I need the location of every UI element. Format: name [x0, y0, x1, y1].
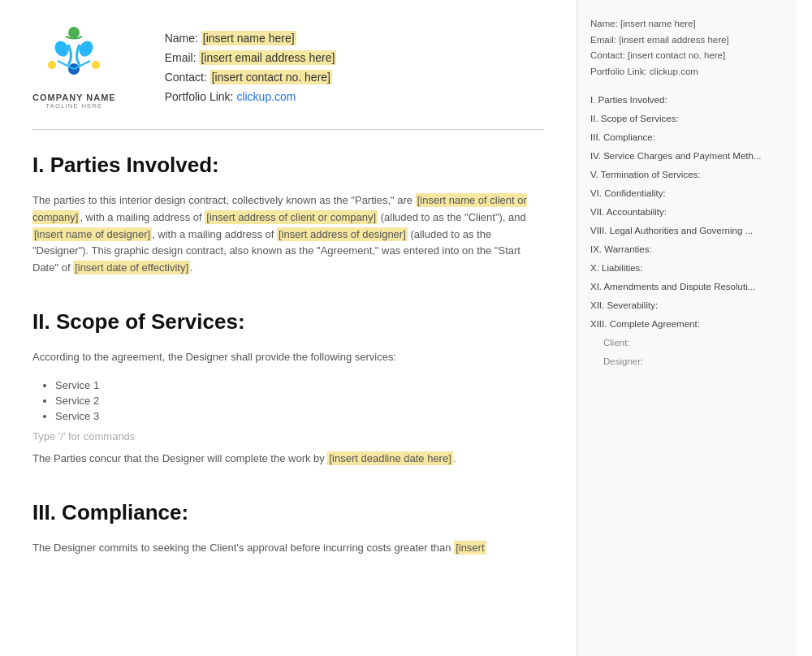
- service-3: Service 3: [55, 410, 544, 422]
- sidebar-email: Email: [insert email address here]: [590, 32, 783, 49]
- contact-value: [insert contact no. here]: [210, 70, 332, 84]
- service-2: Service 2: [55, 395, 544, 407]
- client-address-highlight: [insert address of client or company]: [205, 210, 378, 224]
- svg-point-4: [92, 61, 100, 69]
- section-scope-heading: II. Scope of Services:: [32, 309, 544, 334]
- date-highlight: [insert date of effectivity]: [73, 261, 190, 274]
- toc-subitem-0: Client:: [590, 334, 783, 352]
- service-1: Service 1: [55, 379, 544, 391]
- document-header: COMPANY NAME TAGLINE HERE Name: [insert …: [32, 24, 544, 110]
- section-scope: II. Scope of Services: According to the …: [32, 309, 544, 468]
- toc-item-1[interactable]: II. Scope of Services:: [590, 110, 783, 128]
- section-compliance-heading: III. Compliance:: [32, 500, 544, 525]
- svg-point-1: [52, 38, 71, 58]
- toc-item-11[interactable]: XII. Severability:: [590, 296, 783, 315]
- section-parties: I. Parties Involved: The parties to this…: [32, 153, 544, 277]
- main-content: COMPANY NAME TAGLINE HERE Name: [insert …: [0, 0, 577, 656]
- toc-item-10[interactable]: XI. Amendments and Dispute Resoluti...: [590, 278, 783, 296]
- name-value: [insert name here]: [201, 31, 296, 45]
- toc-item-4[interactable]: V. Termination of Services:: [590, 166, 783, 184]
- section-compliance: III. Compliance: The Designer commits to…: [32, 500, 544, 557]
- toc-item-6[interactable]: VII. Accountability:: [590, 203, 783, 222]
- services-list: Service 1 Service 2 Service 3: [32, 379, 544, 422]
- sidebar-contact-info: Name: [insert name here] Email: [insert …: [590, 16, 783, 80]
- company-name: COMPANY NAME: [32, 93, 116, 102]
- company-logo: [37, 24, 110, 89]
- sidebar-portfolio: Portfolio Link: clickup.com: [590, 64, 783, 80]
- toc-subitem-1: Designer:: [590, 352, 783, 371]
- deadline-highlight: [insert deadline date here]: [327, 451, 452, 465]
- toc-item-0[interactable]: I. Parties Involved:: [590, 91, 783, 110]
- section-parties-body: The parties to this interior design cont…: [32, 192, 544, 277]
- toc-item-8[interactable]: IX. Warranties:: [590, 240, 783, 259]
- name-field: Name: [insert name here]: [165, 32, 337, 45]
- scope-intro: According to the agreement, the Designer…: [32, 349, 544, 366]
- company-tagline: TAGLINE HERE: [45, 102, 102, 110]
- svg-point-0: [68, 27, 80, 38]
- designer-address-highlight: [insert address of designer]: [277, 227, 408, 241]
- section-parties-heading: I. Parties Involved:: [32, 153, 544, 178]
- sidebar-name: Name: [insert name here]: [590, 16, 783, 32]
- sidebar-contact: Contact: [insert contact no. here]: [590, 48, 783, 64]
- command-placeholder[interactable]: Type '/' for commands: [32, 430, 544, 442]
- portfolio-link[interactable]: clickup.com: [236, 90, 296, 103]
- toc-item-12[interactable]: XIII. Complete Agreement:: [590, 315, 783, 334]
- sidebar: Name: [insert name here] Email: [insert …: [577, 0, 796, 656]
- compliance-body: The Designer commits to seeking the Clie…: [32, 540, 544, 557]
- contact-info: Name: [insert name here] Email: [insert …: [165, 32, 337, 103]
- portfolio-field: Portfolio Link: clickup.com: [165, 90, 337, 103]
- email-value: [insert email address here]: [199, 50, 336, 65]
- toc-item-2[interactable]: III. Compliance:: [590, 128, 783, 147]
- header-divider: [32, 129, 544, 130]
- svg-point-3: [48, 61, 56, 69]
- scope-closing: The Parties concur that the Designer wil…: [32, 451, 544, 468]
- toc-item-5[interactable]: VI. Confidentiality:: [590, 184, 783, 203]
- logo-area: COMPANY NAME TAGLINE HERE: [32, 24, 116, 110]
- contact-field: Contact: [insert contact no. here]: [165, 71, 337, 84]
- toc-item-9[interactable]: X. Liabilities:: [590, 259, 783, 278]
- svg-point-2: [76, 38, 96, 58]
- designer-name-highlight: [insert name of designer]: [32, 227, 152, 241]
- toc-item-7[interactable]: VIII. Legal Authorities and Governing ..…: [590, 222, 783, 240]
- email-field: Email: [insert email address here]: [165, 51, 337, 64]
- table-of-contents: I. Parties Involved:II. Scope of Service…: [590, 91, 783, 371]
- cost-highlight: [insert: [454, 541, 486, 555]
- toc-item-3[interactable]: IV. Service Charges and Payment Meth...: [590, 147, 783, 166]
